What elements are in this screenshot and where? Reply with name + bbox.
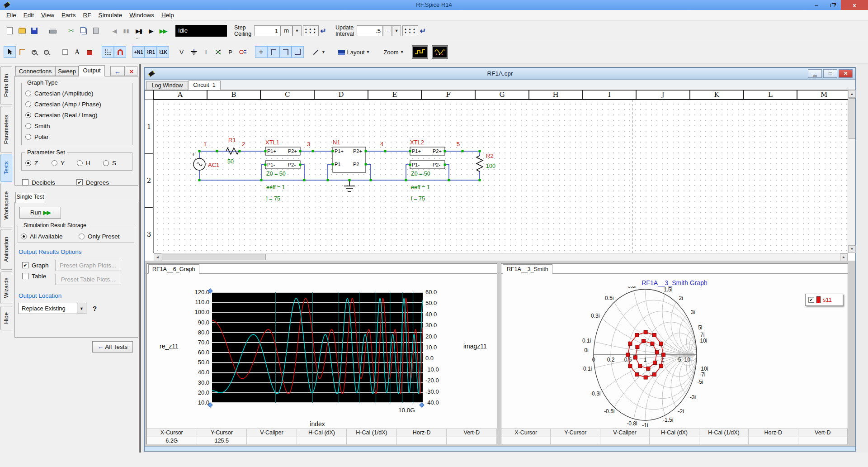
s11-data-point[interactable] bbox=[653, 361, 657, 364]
s11-data-point[interactable] bbox=[644, 376, 647, 379]
select-box-button[interactable] bbox=[59, 46, 71, 58]
preset-graph-plots-button[interactable]: Preset Graph Plots... bbox=[55, 260, 121, 271]
schematic-canvas[interactable]: + − P1+ P2+ P1- bbox=[154, 100, 848, 253]
tab-connections[interactable]: Connections bbox=[15, 66, 55, 76]
update-interval-input[interactable] bbox=[357, 25, 383, 36]
pause-button[interactable]: ▮▮ bbox=[120, 25, 132, 37]
document-titlebar[interactable]: RF1A.cpr ▁ ✕ bbox=[145, 68, 855, 80]
ruler-cross-button[interactable] bbox=[292, 46, 304, 58]
xtl2-symbol[interactable]: P1+ P2+ P1- P2- bbox=[410, 147, 445, 169]
s11-data-point[interactable] bbox=[633, 356, 637, 359]
s11-data-point[interactable] bbox=[653, 334, 656, 337]
ruler-edge-button[interactable] bbox=[279, 46, 292, 58]
diode-probe-button[interactable] bbox=[236, 46, 249, 58]
tab-single-test[interactable]: Single Test bbox=[15, 192, 45, 203]
run-button[interactable]: Run ▶▶ bbox=[19, 207, 61, 219]
doc-restore-button[interactable] bbox=[823, 69, 837, 78]
resistor-r2-symbol[interactable] bbox=[476, 156, 483, 172]
s11-data-point[interactable] bbox=[661, 353, 665, 357]
tab-circuit-1[interactable]: Circuit_1 bbox=[188, 81, 221, 90]
step-unit-dropdown[interactable]: ▼ bbox=[292, 25, 302, 36]
panel-back-button[interactable]: ← bbox=[110, 66, 125, 76]
all-tests-button[interactable]: ← All Tests bbox=[92, 341, 133, 353]
step-back-button[interactable]: ◀ bbox=[108, 25, 120, 37]
xtl1-symbol[interactable]: P1+ P2+ P1- P2- bbox=[265, 147, 300, 169]
text-tool-button[interactable]: A bbox=[71, 46, 83, 58]
snap-toggle-button[interactable] bbox=[114, 46, 126, 58]
sidebar-tab-tests[interactable]: Tests bbox=[0, 154, 12, 182]
tab-sweep[interactable]: Sweep bbox=[55, 66, 79, 76]
s11-data-point[interactable] bbox=[655, 350, 659, 354]
part-value-button[interactable]: ⌇1K bbox=[157, 46, 169, 58]
circuit-horizontal-scrollbar[interactable]: ◄ ► bbox=[154, 253, 848, 261]
zoom-in-button[interactable]: + bbox=[28, 46, 40, 58]
step-ceiling-input[interactable] bbox=[254, 25, 280, 36]
update-spinner[interactable]: ▴ ▴ ▴▾ ▾ ▾ bbox=[402, 25, 418, 36]
radio-smith[interactable]: Smith bbox=[25, 120, 128, 131]
fast-run-button[interactable]: ▶▶ bbox=[157, 25, 169, 37]
smith-chart-canvas[interactable]: 0i0.1i0.3i0.5i0.8i1i1.5i2i3i5i7i10i-0.1i… bbox=[501, 286, 849, 429]
layout-view-button[interactable] bbox=[412, 46, 428, 58]
probe-pen-button[interactable]: ▼ bbox=[310, 46, 328, 58]
s11-data-point[interactable] bbox=[659, 364, 663, 368]
radio-cartesian-real-imag[interactable]: Cartesian (Real / Imag) bbox=[25, 110, 128, 120]
paste-button[interactable] bbox=[90, 25, 102, 37]
scroll-up-arrow[interactable]: ▲ bbox=[848, 90, 856, 98]
radio-h[interactable]: H bbox=[77, 157, 103, 168]
scope-view-button[interactable] bbox=[432, 46, 448, 58]
tab-rf1a-6-graph[interactable]: RF1A__6_Graph bbox=[148, 264, 199, 274]
current-probe-button[interactable]: I bbox=[200, 46, 212, 58]
s11-data-point[interactable] bbox=[628, 364, 632, 368]
plot-area[interactable] bbox=[212, 292, 423, 403]
scroll-left-arrow[interactable]: ◄ bbox=[154, 253, 161, 261]
ground-symbol[interactable] bbox=[344, 180, 355, 191]
step-spinner[interactable]: ▴ ▴ ▴▾ ▾ ▾ bbox=[303, 25, 318, 36]
s11-data-point[interactable] bbox=[644, 330, 647, 334]
update-unit-dropdown[interactable]: ▼ bbox=[392, 25, 401, 36]
doc-close-button[interactable]: ✕ bbox=[839, 69, 853, 78]
run-button-toolbar[interactable]: ▶ bbox=[145, 25, 157, 37]
radio-cartesian-amp-phase[interactable]: Cartesian (Amp / Phase) bbox=[25, 99, 128, 110]
menu-item[interactable]: Edit bbox=[20, 10, 38, 20]
legend-checkbox[interactable]: ✔ bbox=[808, 297, 814, 303]
radio-all-available[interactable]: All Available bbox=[21, 231, 79, 242]
zoom-out-button[interactable]: - bbox=[40, 46, 52, 58]
s11-data-point[interactable] bbox=[638, 364, 642, 368]
menu-item[interactable]: Help bbox=[158, 10, 178, 20]
h-scroll-thumb[interactable] bbox=[162, 254, 266, 260]
voltage-probe-button[interactable]: V bbox=[175, 46, 188, 58]
menu-item[interactable]: File bbox=[3, 10, 20, 20]
table-tool-button[interactable] bbox=[83, 46, 95, 58]
step-run-button[interactable]: ▶▮ ... bbox=[132, 25, 145, 37]
checkbox-graph[interactable]: ✔Graph bbox=[22, 260, 49, 271]
scroll-right-arrow[interactable]: ► bbox=[840, 253, 848, 261]
s11-data-point[interactable] bbox=[635, 373, 639, 376]
zoom-dropdown[interactable]: Zoom ▼ bbox=[380, 46, 408, 58]
circuit-vertical-scrollbar[interactable]: ▲ ▼ bbox=[848, 90, 855, 253]
ac-source-symbol[interactable]: + − bbox=[192, 151, 205, 177]
radio-y[interactable]: Y bbox=[52, 157, 77, 168]
minimize-button[interactable]: – bbox=[808, 0, 825, 10]
axis-handle-icon[interactable] bbox=[419, 402, 424, 407]
radio-s[interactable]: S bbox=[103, 157, 116, 168]
copy-button[interactable] bbox=[77, 25, 90, 37]
new-file-button[interactable] bbox=[4, 25, 16, 37]
sidebar-tab-parts-bin[interactable]: Parts Bin bbox=[0, 66, 12, 105]
sidebar-tab-animation[interactable]: Animation bbox=[0, 229, 12, 270]
crosshair-button[interactable]: + bbox=[255, 46, 267, 58]
restore-button[interactable] bbox=[825, 0, 841, 10]
n1-symbol[interactable]: P1+ P2+ P1- P2- bbox=[333, 147, 366, 172]
print-button[interactable] bbox=[47, 25, 59, 37]
menu-item[interactable]: RF bbox=[80, 10, 95, 20]
radio-only-preset[interactable]: Only Preset bbox=[79, 231, 120, 242]
s11-data-point[interactable] bbox=[636, 345, 639, 349]
s11-data-point[interactable] bbox=[651, 342, 654, 345]
s11-data-point[interactable] bbox=[628, 342, 632, 345]
layout-dropdown[interactable]: Layout ▼ bbox=[335, 46, 373, 58]
output-location-select[interactable]: Replace Existing ▼ bbox=[19, 303, 86, 314]
step-apply-icon[interactable]: ↵ bbox=[321, 27, 326, 35]
panel-close-button[interactable]: × bbox=[126, 66, 137, 76]
checkbox-decibels[interactable]: Decibels bbox=[22, 177, 76, 188]
radio-cartesian-amplitude[interactable]: Cartesian (Amplitude) bbox=[25, 88, 128, 99]
radio-z[interactable]: Z bbox=[25, 157, 52, 168]
